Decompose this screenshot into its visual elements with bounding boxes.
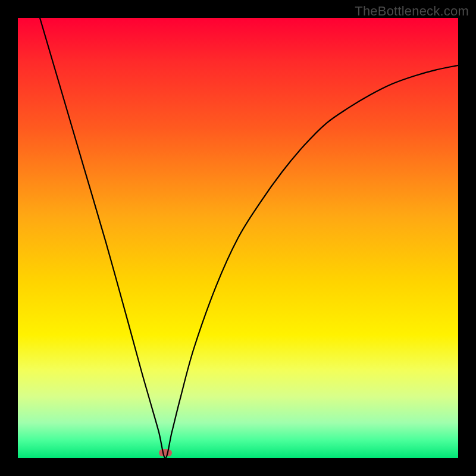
bottleneck-curve	[18, 18, 458, 458]
watermark-text: TheBottleneck.com	[355, 4, 469, 19]
chart-frame: TheBottleneck.com	[0, 0, 476, 476]
curve-path	[40, 18, 458, 458]
